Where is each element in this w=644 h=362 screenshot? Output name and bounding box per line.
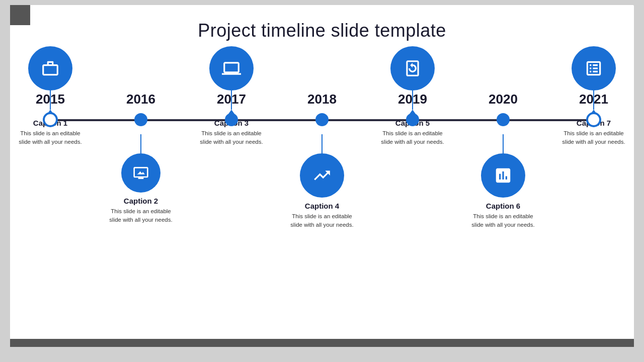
- caption-2-icon: [121, 153, 160, 193]
- caption-6-icon: [481, 153, 525, 198]
- caption-2-title: Caption 2: [124, 197, 158, 205]
- caption-3-connector: [228, 90, 235, 115]
- caption-4-connector: [321, 134, 323, 153]
- caption-1-connector: [47, 90, 54, 115]
- dot-2018: [315, 113, 329, 126]
- year-2016: 2016: [126, 92, 155, 107]
- caption-item-4: Caption 4 This slide is an editable slid…: [287, 134, 357, 230]
- caption-5-connector: [409, 90, 416, 115]
- caption-6-title: Caption 6: [486, 202, 520, 210]
- slide: Project timeline slide template 2015 201…: [10, 5, 634, 347]
- caption-5-text: This slide is an editable slide with all…: [377, 129, 448, 147]
- caption-item-2: Caption 2 This slide is an editable slid…: [106, 134, 176, 225]
- bottom-bar: [10, 339, 634, 347]
- caption-1-text: This slide is an editable slide with all…: [15, 129, 86, 147]
- slide-title: Project timeline slide template: [10, 5, 634, 41]
- dot-2020: [497, 113, 510, 126]
- dot-2017: [225, 113, 238, 126]
- caption-item-1: Caption 1 This slide is an editable slid…: [15, 46, 86, 147]
- caption-6-connector: [503, 134, 504, 153]
- caption-7-icon: [572, 46, 616, 90]
- caption-1-icon: [28, 46, 72, 90]
- dot-2021: [586, 112, 601, 127]
- caption-7-connector: [590, 90, 597, 115]
- caption-7-text: This slide is an editable slide with all…: [558, 129, 629, 147]
- caption-4-icon: [300, 153, 344, 198]
- year-2018: 2018: [307, 92, 337, 107]
- caption-3-text: This slide is an editable slide with all…: [196, 129, 267, 147]
- year-2020: 2020: [489, 92, 518, 107]
- dot-2019: [406, 113, 419, 126]
- caption-item-3: Caption 3 This slide is an editable slid…: [196, 46, 267, 147]
- caption-item-7: Caption 7 This slide is an editable slid…: [558, 46, 629, 147]
- caption-4-title: Caption 4: [305, 202, 339, 210]
- caption-6-text: This slide is an editable slide with all…: [468, 212, 538, 230]
- caption-2-connector: [140, 134, 141, 153]
- dot-2015: [43, 112, 58, 127]
- dot-2016: [134, 113, 147, 126]
- corner-decoration: [10, 5, 30, 25]
- caption-4-text: This slide is an editable slide with all…: [287, 212, 357, 230]
- caption-3-icon: [209, 46, 254, 90]
- timeline-wrapper: 2015 2016 2017 2018 2019 2020 2021 Capti…: [20, 46, 624, 257]
- caption-item-5: Caption 5 This slide is an editable slid…: [377, 46, 448, 147]
- caption-2-text: This slide is an editable slide with all…: [106, 207, 176, 225]
- caption-5-icon: [390, 46, 435, 90]
- caption-item-6: Caption 6 This slide is an editable slid…: [468, 134, 538, 230]
